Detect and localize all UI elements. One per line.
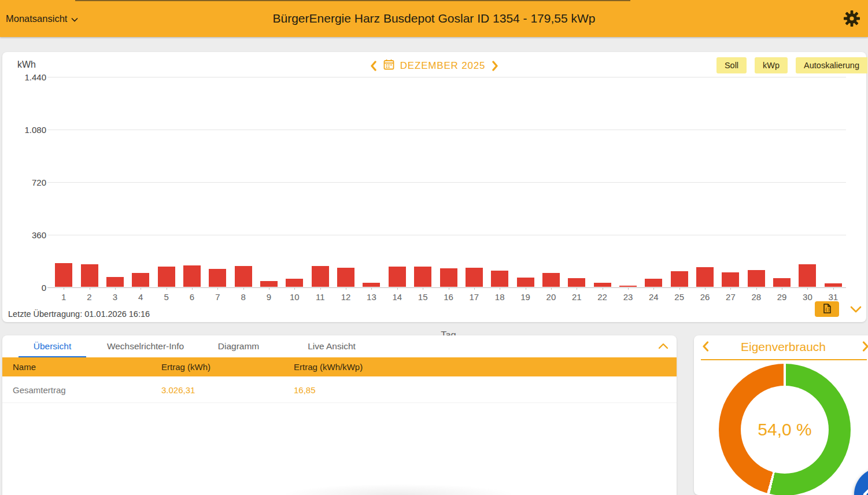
tab-uebersicht[interactable]: Übersicht (6, 335, 99, 357)
x-tick (474, 287, 475, 290)
x-tick-label: 10 (290, 292, 300, 302)
bar-day-31[interactable] (825, 283, 842, 287)
x-tick (90, 287, 90, 290)
y-tick-label: 360 (32, 230, 46, 240)
bar-day-24[interactable] (645, 279, 662, 287)
x-tick-label: 13 (367, 292, 376, 302)
bar-day-19[interactable] (517, 278, 534, 287)
eigenverbrauch-panel: Eigenverbrauch 54,0 % (694, 335, 868, 495)
x-tick-label: 12 (341, 292, 351, 302)
x-tick-label: 20 (546, 292, 556, 302)
x-tick (705, 287, 706, 290)
tab-live-ansicht[interactable]: Live Ansicht (285, 335, 378, 357)
bar-day-7[interactable] (209, 269, 226, 287)
overview-panel: Übersicht Wechselrichter-Info Diagramm L… (2, 335, 677, 495)
x-tick (269, 287, 269, 290)
column-header-ertrag-kwh: Ertrag (kWh) (161, 357, 210, 376)
x-tick (423, 287, 423, 290)
bar-day-22[interactable] (594, 283, 611, 287)
soll-toggle-button[interactable]: Soll (716, 57, 747, 73)
bar-day-16[interactable] (440, 268, 457, 287)
tab-diagramm[interactable]: Diagramm (192, 335, 285, 357)
bar-day-1[interactable] (55, 263, 72, 287)
x-tick-label: 23 (623, 292, 633, 302)
x-tick-label: 6 (190, 292, 194, 302)
page-title: BürgerEnergie Harz Busdepot Goslar ID 13… (0, 12, 868, 25)
top-edge-strip (75, 0, 630, 1)
last-transmission-status: Letzte Übertragung: 01.01.2026 16:16 (8, 309, 150, 319)
bar-day-8[interactable] (235, 266, 252, 287)
table-row-gesamtertrag: Gesamtertrag 3.026,31 16,85 (2, 376, 677, 403)
x-tick-label: 8 (241, 292, 245, 302)
bar-day-27[interactable] (722, 272, 739, 287)
x-tick (756, 287, 757, 290)
x-tick-label: 29 (777, 292, 787, 302)
bar-day-11[interactable] (312, 266, 329, 287)
y-tick-label: 720 (32, 178, 46, 187)
bar-day-5[interactable] (158, 267, 175, 287)
x-tick-label: 25 (674, 292, 684, 302)
eigenverbrauch-percentage: 54,0 % (758, 420, 811, 439)
bar-day-9[interactable] (260, 281, 278, 287)
panel-collapse-chevron-up-icon[interactable] (658, 341, 668, 352)
x-tick-label: 22 (597, 292, 607, 302)
x-tick (115, 287, 116, 290)
donut-center: 54,0 % (741, 386, 829, 474)
gridline (47, 182, 846, 183)
overview-tabs: Übersicht Wechselrichter-Info Diagramm L… (2, 335, 677, 357)
x-tick-label: 17 (470, 292, 479, 302)
autoscale-toggle-button[interactable]: Autoskalierung (796, 57, 867, 73)
bar-day-21[interactable] (568, 278, 585, 287)
settings-gear-icon[interactable] (843, 9, 861, 28)
export-csv-button[interactable]: () (815, 301, 839, 317)
x-tick (679, 287, 680, 290)
bar-day-23[interactable] (619, 286, 637, 287)
bar-day-12[interactable] (337, 268, 354, 287)
bar-day-4[interactable] (132, 273, 149, 287)
x-tick (320, 287, 321, 290)
bar-day-15[interactable] (414, 267, 431, 287)
x-tick (217, 287, 218, 290)
x-tick (807, 287, 808, 290)
bar-day-2[interactable] (81, 264, 98, 287)
bar-day-3[interactable] (106, 277, 124, 287)
prev-month-button[interactable] (370, 61, 378, 71)
bar-day-29[interactable] (773, 278, 791, 287)
bar-day-10[interactable] (286, 279, 303, 287)
bar-day-17[interactable] (466, 268, 483, 287)
chart-scale-buttons: Soll kWp Autoskalierung (716, 57, 866, 73)
widget-next-chevron-right-icon[interactable] (862, 341, 868, 354)
bar-day-28[interactable] (748, 270, 765, 287)
bar-day-25[interactable] (671, 271, 688, 287)
bar-day-6[interactable] (183, 265, 201, 287)
bar-day-26[interactable] (696, 267, 714, 287)
tab-wechselrichter-info[interactable]: Wechselrichter-Info (99, 335, 192, 357)
x-tick-label: 2 (87, 292, 91, 302)
x-tick (243, 287, 244, 290)
kwp-toggle-button[interactable]: kWp (755, 57, 788, 73)
x-tick-label: 18 (495, 292, 505, 302)
svg-text:(): () (825, 306, 830, 312)
bar-day-14[interactable] (389, 267, 406, 287)
x-tick-label: 14 (392, 292, 402, 302)
y-axis: 03607201.0801.440 (2, 77, 47, 287)
gridline (47, 235, 846, 235)
x-tick-label: 30 (803, 292, 812, 302)
eigenverbrauch-title: Eigenverbrauch (694, 340, 868, 354)
x-tick (782, 287, 782, 290)
calendar-icon (383, 59, 394, 72)
app-root: Monatsansicht BürgerEnergie Harz Busdepo… (0, 0, 868, 495)
column-header-name: Name (13, 357, 36, 376)
chart-collapse-chevron-down-icon[interactable] (850, 305, 862, 315)
bar-day-20[interactable] (542, 273, 560, 287)
x-tick-label: 15 (418, 292, 428, 302)
bar-day-13[interactable] (363, 283, 380, 287)
row-ertrag-kwh: 3.026,31 (161, 376, 195, 403)
row-ertrag-kwh-kwp: 16,85 (294, 376, 316, 403)
x-tick-label: 21 (572, 292, 582, 302)
next-month-button[interactable] (491, 61, 499, 71)
bar-day-18[interactable] (491, 271, 508, 287)
eigenverbrauch-title-underline (701, 359, 867, 360)
bar-day-30[interactable] (799, 264, 816, 287)
gridline (47, 130, 846, 130)
